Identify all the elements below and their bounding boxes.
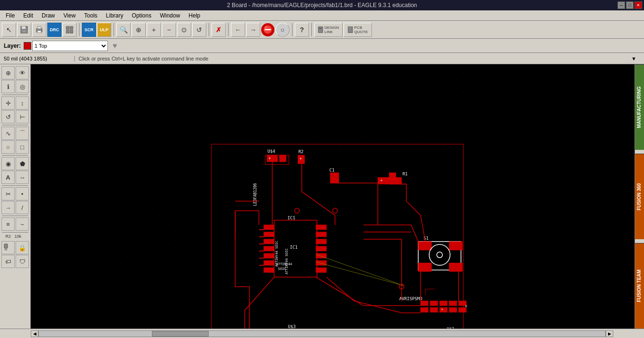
menu-tools[interactable]: Tools — [80, 11, 101, 20]
zoom-center-button[interactable]: ⊙ — [177, 23, 191, 37]
toolbar-sep-5 — [292, 23, 292, 36]
layer-visibility-button[interactable]: 👁 — [16, 66, 29, 79]
shield-button[interactable]: 🛡 — [16, 255, 29, 268]
svg-text:+: + — [465, 303, 468, 308]
canvas-area[interactable]: IC1 ATTINY44 SOIC ATTINY44 SOIC U$4 + LE… — [31, 64, 635, 329]
close-button[interactable]: ✕ — [635, 1, 642, 9]
autoroute-button[interactable]: • — [16, 187, 29, 200]
command-hint: Click or press Ctrl+L key to activate co… — [75, 56, 627, 61]
svg-rect-6 — [66, 26, 69, 29]
toolbar-sep-1 — [79, 23, 79, 36]
rotate-button[interactable]: ↺ — [1, 110, 15, 123]
mirror-button[interactable]: ↕ — [16, 96, 29, 110]
svg-text:IC1: IC1 — [290, 245, 298, 250]
zoom-fit-button[interactable]: ⊕ — [132, 23, 146, 37]
ripup-button[interactable]: ✗ — [212, 23, 226, 37]
zoom-in-glass-button[interactable]: 🔍 — [116, 23, 131, 37]
menu-view[interactable]: View — [60, 11, 79, 20]
align-button[interactable]: ≡ — [1, 217, 15, 231]
design-link-label: DESIGNLINK — [325, 26, 339, 34]
bottom-bar: ◀ ▶ — [0, 329, 644, 338]
polygon-button[interactable]: ⬟ — [16, 157, 29, 170]
ulp-button[interactable]: ULP — [97, 23, 111, 37]
ratsnest-eye-button[interactable]: ◎ — [16, 80, 29, 93]
arc-button[interactable]: ⌒ — [16, 127, 29, 140]
zoom-out-button[interactable]: − — [162, 23, 176, 37]
pcb-quote-button[interactable]: PCBQUOTE — [344, 23, 372, 37]
svg-rect-52 — [389, 173, 396, 179]
redo-button[interactable]: → — [246, 23, 260, 37]
minimize-button[interactable]: ─ — [618, 1, 625, 9]
design-link-button[interactable]: DESIGNLINK — [314, 23, 343, 37]
layer-select-dropdown[interactable]: 1 Top 2 Route2 16 Bottom 17 Pads 18 Vias… — [32, 41, 108, 51]
drc-button[interactable]: DRC — [47, 23, 62, 37]
wire-button[interactable]: ∿ — [1, 127, 15, 140]
maximize-button[interactable]: □ — [626, 1, 634, 9]
menu-draw[interactable]: Draw — [38, 11, 59, 20]
zoom-in-button[interactable]: + — [147, 23, 161, 37]
svg-text:AVRISPSMD: AVRISPSMD — [399, 296, 423, 301]
grid-button[interactable]: ⊕ — [1, 66, 15, 79]
svg-text:R1: R1 — [403, 172, 408, 176]
status-bar: 50 mil (4043 1855) Click or press Ctrl+L… — [0, 53, 644, 64]
lock-button[interactable]: 🔒 — [16, 241, 29, 254]
ratsnest-button[interactable] — [62, 23, 77, 37]
meander-button[interactable]: ~ — [16, 217, 29, 231]
favorite-icon[interactable]: ♥ — [113, 42, 117, 50]
scroll-right-button[interactable]: ▶ — [606, 330, 613, 337]
add-part-button[interactable] — [1, 241, 15, 254]
menu-file[interactable]: File — [2, 11, 18, 20]
miter-button[interactable]: / — [16, 201, 29, 214]
menu-options[interactable]: Options — [128, 11, 155, 20]
help-button[interactable]: ? — [295, 23, 309, 37]
save-button[interactable] — [17, 23, 31, 37]
scr-button[interactable]: SCR — [82, 23, 96, 37]
fanout-button[interactable]: → — [1, 201, 15, 214]
redraw-button[interactable]: ↺ — [192, 23, 206, 37]
main-layout: ⊕ 👁 ℹ ◎ ✛ ↕ ↺ ⊢ ∿ ⌒ ○ □ ◉ ⬟ A — [0, 64, 644, 329]
scroll-left-button[interactable]: ◀ — [31, 330, 38, 337]
split-button[interactable]: ⊢ — [16, 110, 29, 123]
rect-button[interactable]: □ — [16, 140, 29, 154]
svg-rect-7 — [70, 26, 73, 29]
toolbar-sep-4 — [228, 23, 229, 36]
select-button[interactable]: ↖ — [2, 23, 16, 37]
layer-label: Layer: — [4, 43, 21, 49]
title-bar: 2 Board - /home/manu/EAGLE/projects/fab1… — [0, 0, 644, 10]
text-button[interactable]: A — [1, 171, 15, 184]
svg-rect-68 — [421, 308, 428, 312]
route-button[interactable]: ✂ — [1, 187, 15, 200]
stop-button[interactable]: ⛔ — [261, 23, 274, 36]
svg-rect-29 — [316, 232, 326, 237]
info-button[interactable]: ℹ — [1, 80, 15, 93]
left-toolbar: ⊕ 👁 ℹ ◎ ✛ ↕ ↺ ⊢ ∿ ⌒ ○ □ ◉ ⬟ A — [0, 64, 31, 329]
right-panel: MANUFACTURING FUSION 360 FUSION TEAM — [635, 64, 644, 329]
menu-help[interactable]: Help — [185, 11, 204, 20]
menu-edit[interactable]: Edit — [19, 11, 37, 20]
dimension-button[interactable]: ↔ — [16, 171, 29, 184]
fusion-team-tab[interactable]: FUSION TEAM — [635, 243, 644, 329]
svg-rect-5 — [37, 31, 41, 33]
circle-button[interactable]: ○ — [1, 140, 15, 154]
svg-rect-26 — [264, 260, 274, 265]
pcb-quote-label: PCBQUOTE — [354, 26, 368, 34]
svg-rect-23 — [264, 239, 274, 244]
svg-text:ATTINY44 SOIC: ATTINY44 SOIC — [284, 248, 289, 274]
print-button[interactable] — [32, 23, 46, 37]
via-button[interactable]: ◉ — [1, 157, 15, 170]
menu-window[interactable]: Window — [156, 11, 184, 20]
svg-rect-4 — [37, 26, 41, 29]
tag-button[interactable]: 🏷 — [1, 255, 15, 268]
horizontal-scrollbar[interactable] — [38, 330, 606, 337]
svg-rect-33 — [316, 260, 326, 265]
move-button[interactable]: ✛ — [1, 96, 15, 110]
svg-rect-41 — [279, 155, 286, 162]
menu-library[interactable]: Library — [102, 11, 127, 20]
pcb-canvas[interactable]: IC1 ATTINY44 SOIC ATTINY44 SOIC U$4 + LE… — [31, 64, 635, 329]
undo-button[interactable]: ← — [231, 23, 245, 37]
manufacturing-tab[interactable]: MANUFACTURING — [635, 64, 644, 150]
fusion360-tab[interactable]: FUSION 360 — [635, 154, 644, 239]
svg-rect-72 — [459, 308, 466, 312]
coordinate-display: 50 mil (4043 1855) — [4, 56, 75, 61]
resume-button[interactable]: ○ — [275, 23, 290, 37]
